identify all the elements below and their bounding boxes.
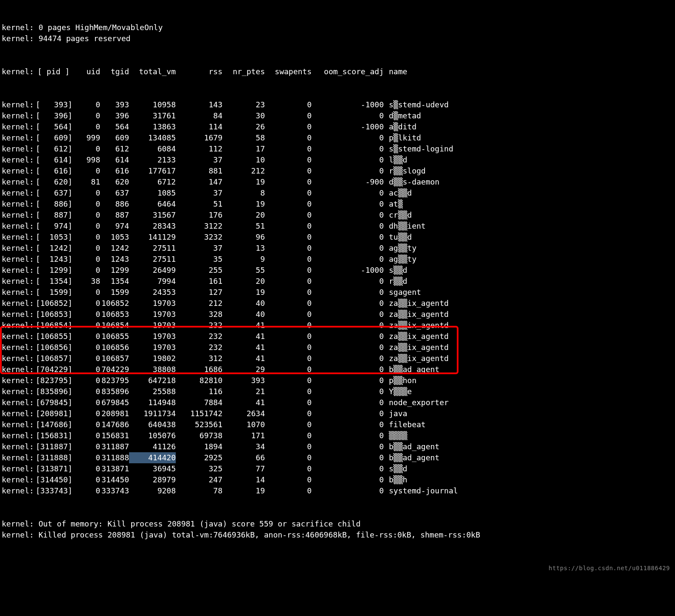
hdr-nrptes: nr_ptes (222, 66, 265, 77)
cell-oom: 0 (312, 452, 384, 463)
cell-totalvm: 10958 (129, 99, 176, 110)
cell-uid: 0 (71, 353, 100, 364)
cell-rss: 84 (176, 110, 222, 121)
cell-nrptes: 41 (222, 331, 265, 342)
cell-name: za▒▒ix_agentd (384, 342, 449, 353)
cell-name: l▒▒d (384, 154, 407, 165)
table-row: kernel:[314450]0314450289792471400b▒▒h (2, 474, 673, 485)
cell-oom: -1000 (312, 265, 384, 276)
cell-tgid: 823795 (100, 375, 129, 386)
cell-totalvm: 6084 (129, 143, 176, 154)
cell-uid: 0 (71, 474, 100, 485)
cell-uid: 999 (71, 132, 100, 143)
cell-pid: [156831] (36, 430, 71, 441)
cell-tgid: 1242 (100, 243, 129, 254)
cell-prefix: kernel: (2, 232, 36, 243)
cell-oom: -900 (312, 176, 384, 188)
cell-name: Y▒▒▒e (384, 386, 412, 397)
cell-swapents: 0 (265, 419, 312, 430)
cell-oom: 0 (312, 309, 384, 320)
cell-swapents: 0 (265, 199, 312, 210)
cell-totalvm: 26499 (129, 265, 176, 276)
cell-totalvm: 6712 (129, 176, 176, 188)
cell-swapents: 0 (265, 441, 312, 452)
cell-tgid: 393 (100, 99, 129, 110)
cell-nrptes: 41 (222, 342, 265, 353)
cell-pid: [ 1299] (36, 265, 71, 276)
cell-nrptes: 2634 (222, 408, 265, 419)
cell-nrptes: 20 (222, 276, 265, 287)
cell-uid: 0 (71, 287, 100, 298)
cell-tgid: 147686 (100, 419, 129, 430)
cell-pid: [106856] (36, 342, 71, 353)
cell-rss: 247 (176, 474, 222, 485)
cell-totalvm: 6464 (129, 199, 176, 210)
intro-line: kernel: 0 pages HighMem/MovableOnly (2, 22, 673, 33)
cell-rss: 3122 (176, 221, 222, 232)
cell-oom: 0 (312, 463, 384, 474)
cell-pid: [106855] (36, 331, 71, 342)
cell-totalvm: 640438 (129, 419, 176, 430)
cell-uid: 0 (71, 232, 100, 243)
cell-tgid: 333743 (100, 485, 129, 496)
cell-prefix: kernel: (2, 353, 36, 364)
cell-totalvm: 9208 (129, 485, 176, 496)
cell-swapents: 0 (265, 430, 312, 441)
cell-prefix: kernel: (2, 99, 36, 110)
cell-swapents: 0 (265, 265, 312, 276)
cell-pid: [ 1354] (36, 276, 71, 287)
cell-nrptes: 19 (222, 176, 265, 188)
cell-rss: 69738 (176, 430, 222, 441)
terminal-output[interactable]: kernel: 0 pages HighMem/MovableOnlykerne… (0, 0, 675, 577)
cell-prefix: kernel: (2, 309, 36, 320)
cell-oom: 0 (312, 485, 384, 496)
cell-name: sgagent (384, 287, 421, 298)
cell-oom: 0 (312, 232, 384, 243)
cell-totalvm: 2133 (129, 154, 176, 165)
cell-oom: 0 (312, 342, 384, 353)
cell-swapents: 0 (265, 232, 312, 243)
cell-rss: 1679 (176, 132, 222, 143)
cell-name: ac▒▒d (384, 188, 412, 199)
cell-tgid: 313871 (100, 463, 129, 474)
intro-line: kernel: 94474 pages reserved (2, 33, 673, 44)
cell-pid: [ 1053] (36, 232, 71, 243)
cell-oom: 0 (312, 199, 384, 210)
cell-uid: 0 (71, 441, 100, 452)
cell-rss: 881 (176, 165, 222, 176)
cell-prefix: kernel: (2, 397, 36, 408)
cell-rss: 7884 (176, 397, 222, 408)
cell-name: d▒metad (384, 110, 421, 121)
cell-prefix: kernel: (2, 143, 36, 154)
cell-totalvm: 27511 (129, 254, 176, 265)
cell-rss: 212 (176, 298, 222, 309)
hdr-uid: uid (71, 66, 100, 77)
cell-totalvm: 28979 (129, 474, 176, 485)
cell-nrptes: 51 (222, 221, 265, 232)
cell-rss: 114 (176, 121, 222, 132)
cell-nrptes: 19 (222, 199, 265, 210)
cell-totalvm: 177617 (129, 165, 176, 176)
cell-totalvm: 19802 (129, 353, 176, 364)
cell-rss: 176 (176, 210, 222, 221)
cell-uid: 0 (71, 452, 100, 463)
cell-swapents: 0 (265, 176, 312, 188)
cell-tgid: 311887 (100, 441, 129, 452)
table-row: kernel:[106853]0106853197033284000za▒▒ix… (2, 309, 673, 320)
table-row: kernel:[ 887]0887315671762000cr▒▒d (2, 210, 673, 221)
cell-uid: 0 (71, 121, 100, 132)
cell-totalvm: 19703 (129, 309, 176, 320)
cell-totalvm: 19703 (129, 320, 176, 331)
cell-uid: 38 (71, 276, 100, 287)
cell-pid: [314450] (36, 474, 71, 485)
cell-tgid: 1243 (100, 254, 129, 265)
cell-prefix: kernel: (2, 452, 36, 463)
cell-swapents: 0 (265, 485, 312, 496)
cell-oom: -1000 (312, 121, 384, 132)
cell-oom: 0 (312, 165, 384, 176)
cell-pid: [704229] (36, 364, 71, 375)
table-row: kernel:[ 1599]01599243531271900sgagent (2, 287, 673, 298)
cell-swapents: 0 (265, 452, 312, 463)
cell-swapents: 0 (265, 99, 312, 110)
cell-rss: 37 (176, 188, 222, 199)
